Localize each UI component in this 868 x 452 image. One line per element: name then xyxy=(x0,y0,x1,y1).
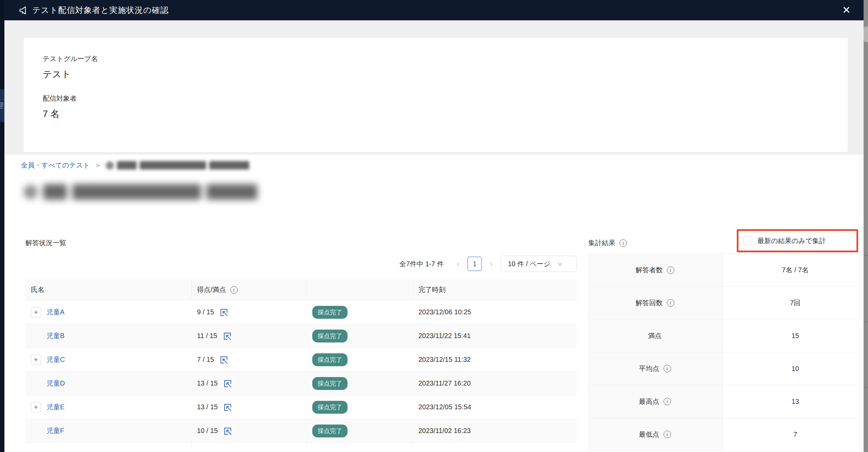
summary-card: テストグループ名 テスト 配信対象者 7 名 xyxy=(24,38,848,152)
underlying-page-fragment xyxy=(864,26,868,42)
column-header-score: 得点/満点 i xyxy=(192,279,307,300)
stat-row: 解答者数 i 7名 / 7名 xyxy=(588,254,868,287)
completion-time: 2023/11/27 16:20 xyxy=(418,379,471,387)
underlying-divider xyxy=(864,255,868,256)
latest-only-label: 最新の結果のみで集計 xyxy=(757,236,826,245)
breadcrumb-separator: > xyxy=(96,162,100,169)
stat-row: 最低点 i 7 xyxy=(588,418,868,451)
student-name-link[interactable]: 児童D xyxy=(46,379,65,388)
table-row: 児童D 13 / 15 採点完了 2023/11/27 16:20 xyxy=(25,372,577,395)
info-icon[interactable]: i xyxy=(667,267,674,274)
test-status-modal: テスト配信対象者と実施状況の確認 ✕ テストグループ名 テスト 配信対象者 7 … xyxy=(4,0,864,452)
column-header-status xyxy=(307,279,413,300)
stat-value: 10 xyxy=(722,352,868,385)
info-icon[interactable]: i xyxy=(664,398,671,405)
stat-label: 解答者数 i xyxy=(588,254,722,286)
column-header-time: 完了時刻 xyxy=(413,279,577,300)
status-badge: 採点完了 xyxy=(312,330,348,342)
completion-time: 2023/12/05 15:54 xyxy=(418,403,471,411)
aggregate-section-title: 集計結果 i xyxy=(588,238,627,248)
megaphone-icon xyxy=(19,5,29,15)
pagination-next-icon[interactable]: › xyxy=(487,259,496,269)
chevron-down-icon: ∨ xyxy=(557,260,563,268)
summary-band: テストグループ名 テスト 配信対象者 7 名 xyxy=(4,20,864,155)
pagination-page-1[interactable]: 1 xyxy=(468,257,482,271)
info-icon[interactable]: i xyxy=(664,365,671,372)
status-badge: 採点完了 xyxy=(312,425,348,437)
completion-time: 2023/12/06 10:25 xyxy=(418,308,471,316)
completion-time: 2023/11/02 16:23 xyxy=(418,427,471,435)
info-icon[interactable]: i xyxy=(664,431,671,438)
targets-label: 配信対象者 xyxy=(43,94,829,103)
pagination: 全7件中 1-7 件 ‹ 1 › 10 件 / ページ ∨ xyxy=(25,255,577,273)
stat-row: 満点 15 xyxy=(588,319,868,352)
expand-row-button[interactable]: + xyxy=(31,307,41,317)
answers-table: 氏名 得点/満点 i 完了時刻 + 児童A 9 / 15 採 xyxy=(25,279,577,447)
close-icon[interactable]: ✕ xyxy=(839,4,854,17)
status-badge: 採点完了 xyxy=(312,377,348,390)
pagination-prev-icon[interactable]: ‹ xyxy=(453,259,463,269)
score-value: 9 / 15 xyxy=(197,308,214,316)
stat-label: 最低点 i xyxy=(588,418,722,451)
stat-value: 7 xyxy=(722,418,868,451)
table-row-partial xyxy=(25,443,577,447)
stat-row: 平均点 i 10 xyxy=(588,352,868,385)
underlying-sidebar-strip: 理 xyxy=(0,0,4,452)
table-row: + 児童E 13 / 15 採点完了 2023/12/05 15:54 xyxy=(25,395,577,419)
aggregate-stats-table: 解答者数 i 7名 / 7名 解答回数 i 7回 満点 15 平均点 i 10 xyxy=(588,254,868,451)
underlying-page-strip xyxy=(864,0,868,452)
student-name-link[interactable]: 児童F xyxy=(46,426,64,435)
breadcrumb-redacted-test-name xyxy=(106,161,249,170)
table-row: 児童F 10 / 15 採点完了 2023/11/02 16:23 xyxy=(25,419,577,443)
page-heading-redacted xyxy=(23,184,257,200)
targets-value: 7 名 xyxy=(43,108,829,120)
answers-section-title: 解答状況一覧 xyxy=(25,238,66,248)
column-header-name: 氏名 xyxy=(25,279,192,300)
table-row: + 児童A 9 / 15 採点完了 2023/12/06 10:25 xyxy=(25,300,577,324)
student-name-link[interactable]: 児童C xyxy=(46,355,65,364)
status-badge: 採点完了 xyxy=(312,401,348,414)
open-answer-detail-icon[interactable] xyxy=(223,332,232,340)
stat-label: 最高点 i xyxy=(588,385,722,418)
completion-time: 2023/11/22 15:41 xyxy=(418,332,471,340)
expand-row-button[interactable]: + xyxy=(31,402,41,412)
student-name-link[interactable]: 児童B xyxy=(46,331,64,340)
table-row: + 児童C 7 / 15 採点完了 2023/12/15 11:32 xyxy=(25,348,577,372)
pagination-total: 全7件中 1-7 件 xyxy=(399,259,444,269)
student-name-link[interactable]: 児童E xyxy=(46,402,64,412)
score-value: 13 / 15 xyxy=(197,379,218,387)
breadcrumb-root-link[interactable]: 全員・すべてのテスト xyxy=(21,161,90,170)
modal-title: テスト配信対象者と実施状況の確認 xyxy=(19,5,169,16)
answers-title-text: 解答状況一覧 xyxy=(25,238,66,248)
aggregate-title-text: 集計結果 xyxy=(588,238,615,248)
score-value: 11 / 15 xyxy=(197,332,217,340)
stat-value: 7回 xyxy=(722,287,868,319)
latest-only-checkbox[interactable] xyxy=(743,236,752,245)
breadcrumb: 全員・すべてのテスト > xyxy=(21,161,249,170)
open-answer-detail-icon[interactable] xyxy=(223,427,232,435)
underlying-sidebar-active-item: 理 xyxy=(0,89,4,122)
stat-label: 満点 xyxy=(588,319,722,352)
open-answer-detail-icon[interactable] xyxy=(223,403,232,412)
answers-table-header: 氏名 得点/満点 i 完了時刻 xyxy=(25,279,577,300)
underlying-divider xyxy=(864,387,868,388)
test-group-label: テストグループ名 xyxy=(43,54,829,63)
completion-time: 2023/12/15 11:32 xyxy=(418,356,471,363)
modal-title-text: テスト配信対象者と実施状況の確認 xyxy=(32,5,169,16)
table-row: 児童B 11 / 15 採点完了 2023/11/22 15:41 xyxy=(25,324,577,348)
score-value: 10 / 15 xyxy=(197,427,218,435)
student-name-link[interactable]: 児童A xyxy=(46,308,64,317)
info-icon[interactable]: i xyxy=(230,286,238,294)
info-icon[interactable]: i xyxy=(619,239,627,247)
open-answer-detail-icon[interactable] xyxy=(223,379,232,388)
page-size-select[interactable]: 10 件 / ページ ∨ xyxy=(501,256,577,272)
score-value: 7 / 15 xyxy=(197,356,214,363)
open-answer-detail-icon[interactable] xyxy=(219,308,228,317)
test-group-value: テスト xyxy=(43,68,829,80)
stat-value: 7名 / 7名 xyxy=(722,254,868,286)
stat-label: 平均点 i xyxy=(588,352,722,385)
status-badge: 採点完了 xyxy=(312,306,348,319)
open-answer-detail-icon[interactable] xyxy=(219,355,228,364)
info-icon[interactable]: i xyxy=(667,299,674,307)
expand-row-button[interactable]: + xyxy=(31,355,41,365)
